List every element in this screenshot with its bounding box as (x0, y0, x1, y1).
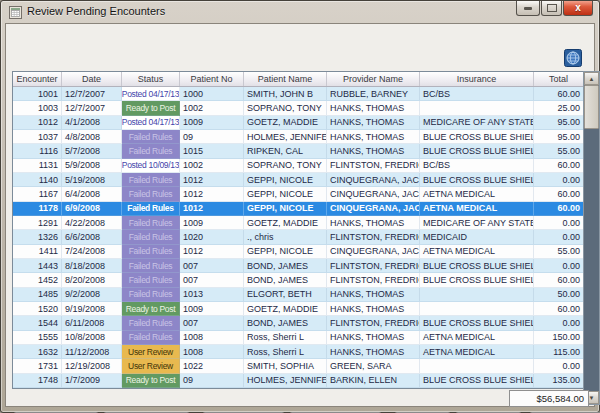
scrollbar-up-button[interactable]: ▲ (584, 72, 599, 85)
cell-date: 5/7/2008 (62, 144, 122, 158)
chevron-down-icon: ▼ (589, 395, 595, 401)
table-row[interactable]: 100312/7/2007Ready to Post1002SOPRANO, T… (13, 101, 584, 115)
cell-insurance: BC/BS (420, 159, 534, 173)
column-header-total[interactable]: Total (534, 72, 584, 86)
cell-status: User Review (122, 345, 180, 359)
cell-provider-name: CINQUEGRANA, JACKIE (327, 173, 420, 187)
table-row[interactable]: 10374/8/2008Failed Rules09HOLMES, JENNIF… (13, 130, 584, 144)
cell-encounter: 1544 (13, 316, 62, 330)
cell-total: 55.00 (534, 144, 584, 158)
table-row[interactable]: 11676/4/2008Failed Rules1012GEPPI, NICOL… (13, 187, 584, 201)
cell-insurance: MEDICARE OF ANY STATE (420, 116, 534, 130)
cell-patient-no: 1015 (180, 144, 244, 158)
cell-provider-name: BARKIN, ELLEN (327, 374, 420, 388)
cell-encounter: 1485 (13, 288, 62, 302)
cell-total: 0.00 (534, 259, 584, 273)
cell-encounter: 1452 (13, 273, 62, 287)
cell-encounter: 1131 (13, 159, 62, 173)
table-row[interactable]: 11165/7/2008Failed Rules1015RIPKEN, CALH… (13, 144, 584, 158)
cell-total: 60.00 (534, 202, 584, 216)
help-button[interactable] (564, 49, 582, 67)
cell-patient-name: SMITH, SOPHIA (244, 359, 327, 373)
cell-patient-no: 1012 (180, 173, 244, 187)
cell-status: Failed Rules (122, 245, 180, 259)
vertical-scrollbar[interactable]: ▲ ▼ (583, 71, 600, 405)
cell-patient-name: HOLMES, JENNIFER (244, 130, 327, 144)
table-row[interactable]: 10124/1/2008Posted 04/17/131009GOETZ, MA… (13, 116, 584, 130)
table-row[interactable]: 15209/19/2008Ready to Post1009GOETZ, MAD… (13, 302, 584, 316)
close-window-button[interactable]: x (563, 1, 593, 16)
table-row[interactable]: 163211/12/2008User Review1008Ross, Sherr… (13, 345, 584, 359)
column-header-patient-name[interactable]: Patient Name (244, 72, 327, 86)
cell-status: Posted 10/09/13 (122, 159, 180, 173)
cell-insurance: AETNA MEDICAL (420, 245, 534, 259)
table-row[interactable]: 15446/11/2008Failed Rules007BOND, JAMESF… (13, 316, 584, 330)
cell-total: 50.00 (534, 288, 584, 302)
table-row[interactable]: 155510/8/2008Failed Rules1008Ross, Sherr… (13, 331, 584, 345)
table-row[interactable]: 11315/9/2008Posted 10/09/131002SOPRANO, … (13, 159, 584, 173)
minimize-button[interactable] (516, 1, 540, 16)
table-row[interactable]: 17481/7/2009Ready to Post09HOLMES, JENNI… (13, 374, 584, 388)
table-row[interactable]: 173112/19/2008User Review1022SMITH, SOPH… (13, 359, 584, 373)
chevron-up-icon: ▲ (589, 76, 595, 82)
cell-patient-name: BOND, JAMES (244, 316, 327, 330)
cell-patient-no: 09 (180, 130, 244, 144)
cell-provider-name: CINQUEGRANA, JACKI (327, 202, 420, 216)
maximize-icon (547, 4, 557, 12)
cell-patient-no: 007 (180, 259, 244, 273)
cell-date: 5/9/2008 (62, 159, 122, 173)
cell-encounter: 1748 (13, 374, 62, 388)
cell-patient-name: SOPRANO, TONY (244, 159, 327, 173)
cell-provider-name: HANKS, THOMAS (327, 216, 420, 230)
column-header-status[interactable]: Status (122, 72, 180, 86)
column-header-patient-no[interactable]: Patient No (180, 72, 244, 86)
cell-date: 4/22/2008 (62, 216, 122, 230)
cell-date: 12/7/2007 (62, 101, 122, 115)
cell-date: 9/2/2008 (62, 288, 122, 302)
cell-provider-name: HANKS, THOMAS (327, 331, 420, 345)
title-bar[interactable]: Review Pending Encounters x (1, 1, 599, 23)
scrollbar-thumb[interactable] (584, 85, 599, 129)
column-header-insurance[interactable]: Insurance (420, 72, 534, 86)
cell-status: Failed Rules (122, 316, 180, 330)
cell-patient-name: GEPPI, NICOLE (244, 173, 327, 187)
cell-encounter: 1178 (13, 202, 62, 216)
table-row[interactable]: 11786/9/2008Failed Rules1012GEPPI, NICOL… (13, 202, 584, 216)
window-title: Review Pending Encounters (27, 5, 165, 17)
cell-provider-name: FLINTSTON, FREDRICK (327, 259, 420, 273)
cell-provider-name: RUBBLE, BARNEY (327, 87, 420, 101)
cell-patient-no: 1022 (180, 359, 244, 373)
column-header-encounter[interactable]: Encounter (13, 72, 62, 86)
cell-patient-name: ., chris (244, 230, 327, 244)
table-row[interactable]: 12914/22/2008Failed Rules1009GOETZ, MADD… (13, 216, 584, 230)
cell-provider-name: HANKS, THOMAS (327, 130, 420, 144)
table-row[interactable]: 14528/20/2008Failed Rules007BOND, JAMESF… (13, 273, 584, 287)
cell-patient-no: 1000 (180, 87, 244, 101)
table-row[interactable]: 14438/18/2008Failed Rules007BOND, JAMESF… (13, 259, 584, 273)
cell-insurance: BC/BS (420, 87, 534, 101)
cell-encounter: 1411 (13, 245, 62, 259)
cell-insurance: BLUE CROSS BLUE SHIELD (420, 130, 534, 144)
table-row[interactable]: 13266/6/2008Failed Rules1020., chrisFLIN… (13, 230, 584, 244)
cell-patient-name: BOND, JAMES (244, 273, 327, 287)
cell-date: 6/11/2008 (62, 316, 122, 330)
grid-body: 100112/7/2007Posted 04/17/131000SMITH, J… (13, 87, 584, 388)
cell-insurance: BLUE CROSS BLUE SHIELD SOU (420, 316, 534, 330)
cell-status: Failed Rules (122, 144, 180, 158)
column-header-provider-name[interactable]: Provider Name (327, 72, 420, 86)
cell-provider-name: FLINTSTON, FREDRICK (327, 273, 420, 287)
cell-insurance: AETNA MEDICAL (420, 345, 534, 359)
cell-status: Failed Rules (122, 202, 180, 216)
cell-encounter: 1555 (13, 331, 62, 345)
cell-total: 25.00 (534, 101, 584, 115)
table-row[interactable]: 100112/7/2007Posted 04/17/131000SMITH, J… (13, 87, 584, 101)
table-row[interactable]: 14117/24/2008Failed Rules1012GEPPI, NICO… (13, 245, 584, 259)
column-header-date[interactable]: Date (62, 72, 122, 86)
cell-insurance: BLUE CROSS BLUE SHIELD SOU (420, 173, 534, 187)
table-row[interactable]: 14859/2/2008Failed Rules1013ELGORT, BETH… (13, 288, 584, 302)
cell-patient-name: GOETZ, MADDIE (244, 216, 327, 230)
table-row[interactable]: 11405/19/2008Failed Rules1012GEPPI, NICO… (13, 173, 584, 187)
maximize-button[interactable] (541, 1, 562, 16)
cell-insurance (420, 101, 534, 115)
cell-date: 4/1/2008 (62, 116, 122, 130)
